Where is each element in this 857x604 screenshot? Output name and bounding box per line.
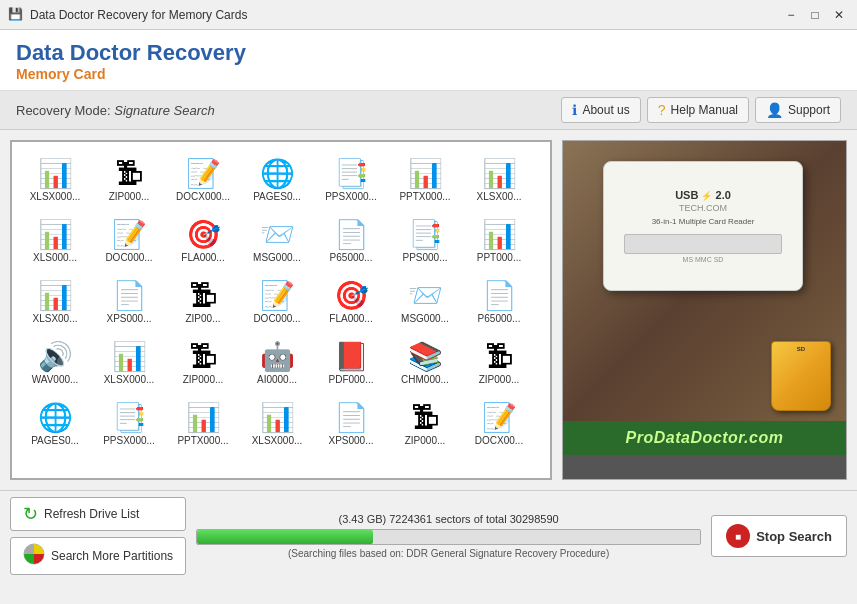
- info-icon: ℹ: [572, 102, 577, 118]
- file-item[interactable]: 🗜 ZIP00...: [168, 272, 238, 329]
- search-partitions-label: Search More Partitions: [51, 549, 173, 563]
- file-item[interactable]: 📝 DOCX000...: [168, 150, 238, 207]
- file-item[interactable]: 🌐 PAGES0...: [20, 394, 90, 451]
- file-label: FLA000...: [181, 252, 224, 263]
- file-item[interactable]: 📑 PPSX000...: [94, 394, 164, 451]
- file-item[interactable]: 📝 DOC000...: [242, 272, 312, 329]
- refresh-drive-button[interactable]: ↻ Refresh Drive List: [10, 497, 186, 531]
- file-item[interactable]: 🗜 ZIP000...: [464, 333, 534, 390]
- file-item[interactable]: 🗜 ZIP000...: [390, 394, 460, 451]
- file-icon: 🎯: [185, 216, 221, 252]
- file-label: FLA000...: [329, 313, 372, 324]
- file-item[interactable]: 📄 XPS000...: [94, 272, 164, 329]
- file-item[interactable]: 📚 CHM000...: [390, 333, 460, 390]
- help-icon: ?: [658, 102, 666, 118]
- card-reader-image: USB ⚡ 2.0 TECH.COM 36-in-1 Multiple Card…: [563, 141, 846, 421]
- app-title: Data Doctor Recovery: [16, 40, 841, 66]
- file-label: PPTX000...: [399, 191, 450, 202]
- file-item[interactable]: 📊 XLSX00...: [464, 150, 534, 207]
- file-icon: 📄: [333, 216, 369, 252]
- watermark: ProDataDoctor.com: [563, 421, 846, 455]
- file-icon: 📨: [407, 277, 443, 313]
- close-button[interactable]: ✕: [829, 5, 849, 25]
- file-item[interactable]: 🗜 ZIP000...: [168, 333, 238, 390]
- file-item[interactable]: 📑 PPSX000...: [316, 150, 386, 207]
- file-icon: 📄: [333, 399, 369, 435]
- file-item[interactable]: 📝 DOC000...: [94, 211, 164, 268]
- file-label: CHM000...: [401, 374, 449, 385]
- file-label: PPS000...: [402, 252, 447, 263]
- file-item[interactable]: 📨 MSG000...: [390, 272, 460, 329]
- file-item[interactable]: 📊 XLSX00...: [20, 272, 90, 329]
- file-item[interactable]: 🤖 AI0000...: [242, 333, 312, 390]
- file-item[interactable]: 📄 XPS000...: [316, 394, 386, 451]
- file-icon: 📝: [481, 399, 517, 435]
- file-label: DOCX00...: [475, 435, 523, 446]
- file-icon: 🗜: [185, 338, 221, 374]
- search-partitions-button[interactable]: Search More Partitions: [10, 537, 186, 575]
- bottom-bar: ↻ Refresh Drive List Search More Partiti…: [0, 490, 857, 587]
- file-icon: 📑: [111, 399, 147, 435]
- file-item[interactable]: 🎯 FLA000...: [168, 211, 238, 268]
- support-label: Support: [788, 103, 830, 117]
- file-icon: 🌐: [37, 399, 73, 435]
- file-icon: 🗜: [407, 399, 443, 435]
- file-icon: 📊: [37, 277, 73, 313]
- file-label: WAV000...: [32, 374, 79, 385]
- stop-label: Stop Search: [756, 529, 832, 544]
- action-buttons: ↻ Refresh Drive List Search More Partiti…: [10, 497, 186, 575]
- file-label: DOC000...: [253, 313, 300, 324]
- support-button[interactable]: 👤 Support: [755, 97, 841, 123]
- file-item[interactable]: 📊 XLSX000...: [242, 394, 312, 451]
- file-icon: 📊: [407, 155, 443, 191]
- progress-info: (3.43 GB) 7224361 sectors of total 30298…: [196, 513, 701, 525]
- file-icon: 📊: [259, 399, 295, 435]
- refresh-label: Refresh Drive List: [44, 507, 139, 521]
- file-icon: 🗜: [111, 155, 147, 191]
- file-label: AI0000...: [257, 374, 297, 385]
- file-label: XLSX000...: [252, 435, 303, 446]
- file-label: PPSX000...: [325, 191, 377, 202]
- about-label: About us: [582, 103, 629, 117]
- file-item[interactable]: 🗜 ZIP000...: [94, 150, 164, 207]
- file-label: PDF000...: [328, 374, 373, 385]
- file-item[interactable]: 📊 PPTX000...: [390, 150, 460, 207]
- device-brand: TECH.COM: [679, 203, 727, 213]
- file-item[interactable]: 📑 PPS000...: [390, 211, 460, 268]
- file-item[interactable]: 📊 XLSX000...: [20, 150, 90, 207]
- file-icon: 📝: [185, 155, 221, 191]
- bottom-top: ↻ Refresh Drive List Search More Partiti…: [10, 497, 847, 575]
- file-label: ZIP000...: [405, 435, 446, 446]
- file-icon: 📊: [37, 216, 73, 252]
- file-label: XPS000...: [106, 313, 151, 324]
- file-item[interactable]: 📄 P65000...: [316, 211, 386, 268]
- file-label: XPS000...: [328, 435, 373, 446]
- file-item[interactable]: 📝 DOCX00...: [464, 394, 534, 451]
- file-item[interactable]: 📄 P65000...: [464, 272, 534, 329]
- file-item[interactable]: 📊 XLS000...: [20, 211, 90, 268]
- file-item[interactable]: 🎯 FLA000...: [316, 272, 386, 329]
- file-grid[interactable]: 📊 XLSX000... 🗜 ZIP000... 📝 DOCX000... 🌐 …: [10, 140, 552, 480]
- file-item[interactable]: 🔊 WAV000...: [20, 333, 90, 390]
- file-icon: 📊: [481, 216, 517, 252]
- file-item[interactable]: 📕 PDF000...: [316, 333, 386, 390]
- restore-button[interactable]: □: [805, 5, 825, 25]
- file-label: PAGES0...: [253, 191, 301, 202]
- file-label: MSG000...: [401, 313, 449, 324]
- sd-card-label: SD: [772, 342, 830, 352]
- stop-search-button[interactable]: Stop Search: [711, 515, 847, 557]
- file-item[interactable]: 📊 XLSX000...: [94, 333, 164, 390]
- help-manual-button[interactable]: ? Help Manual: [647, 97, 749, 123]
- file-label: XLSX00...: [476, 191, 521, 202]
- app-header: Data Doctor Recovery Memory Card: [0, 30, 857, 91]
- file-icon: 📊: [111, 338, 147, 374]
- file-label: MSG000...: [253, 252, 301, 263]
- minimize-button[interactable]: −: [781, 5, 801, 25]
- file-item[interactable]: 📨 MSG000...: [242, 211, 312, 268]
- file-icon: 📝: [259, 277, 295, 313]
- file-item[interactable]: 🌐 PAGES0...: [242, 150, 312, 207]
- file-icon: 📄: [111, 277, 147, 313]
- about-us-button[interactable]: ℹ About us: [561, 97, 640, 123]
- file-item[interactable]: 📊 PPT000...: [464, 211, 534, 268]
- file-item[interactable]: 📊 PPTX000...: [168, 394, 238, 451]
